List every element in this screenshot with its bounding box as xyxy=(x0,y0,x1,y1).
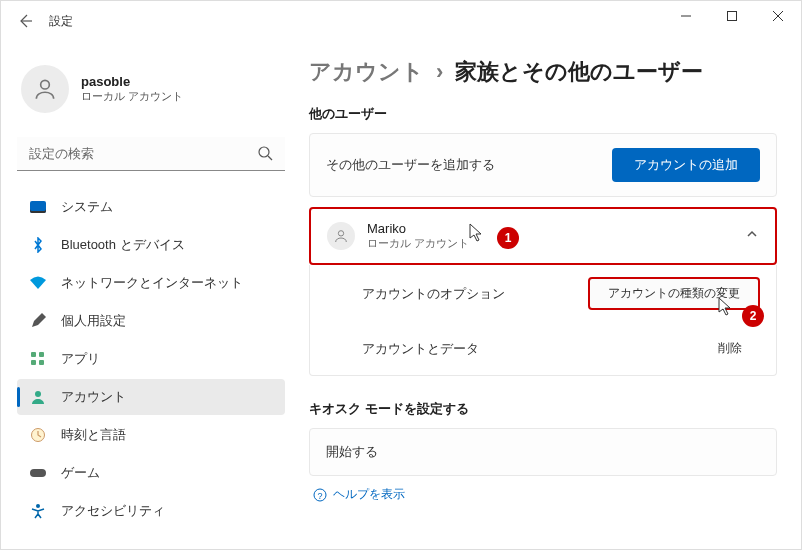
sidebar-item-label: アカウント xyxy=(61,388,126,406)
add-user-text: その他のユーザーを追加する xyxy=(326,156,495,174)
close-button[interactable] xyxy=(755,1,801,31)
search-icon xyxy=(257,145,273,165)
delete-user-button[interactable]: 削除 xyxy=(700,334,760,363)
back-button[interactable] xyxy=(9,5,41,37)
option-label: アカウントのオプション xyxy=(362,285,505,303)
breadcrumb-parent[interactable]: アカウント xyxy=(309,57,424,87)
user-account-type: ローカル アカウント xyxy=(81,89,183,104)
wifi-icon xyxy=(29,274,47,292)
svg-point-7 xyxy=(35,391,41,397)
search-input[interactable] xyxy=(17,137,285,171)
account-options-row: アカウントのオプション アカウントの種類の変更 xyxy=(310,265,776,322)
maximize-icon xyxy=(727,11,737,21)
other-user-card: Mariko ローカル アカウント 1 xyxy=(309,207,777,265)
data-label: アカウントとデータ xyxy=(362,340,479,358)
callout-1: 1 xyxy=(497,227,519,249)
svg-text:?: ? xyxy=(317,491,322,501)
titlebar: 設定 xyxy=(1,1,801,41)
sidebar-item-gaming[interactable]: ゲーム xyxy=(17,455,285,491)
pencil-icon xyxy=(29,312,47,330)
change-account-type-button[interactable]: アカウントの種類の変更 xyxy=(588,277,760,310)
add-user-card: その他のユーザーを追加する アカウントの追加 xyxy=(309,133,777,197)
svg-point-1 xyxy=(41,80,50,89)
other-user-name: Mariko xyxy=(367,221,469,236)
other-user-body: アカウントのオプション アカウントの種類の変更 2 アカウントとデータ 削除 xyxy=(309,265,777,376)
sidebar-item-system[interactable]: システム xyxy=(17,189,285,225)
sidebar-item-label: 時刻と言語 xyxy=(61,426,126,444)
clock-icon xyxy=(29,426,47,444)
svg-point-2 xyxy=(259,147,269,157)
sidebar-item-label: ゲーム xyxy=(61,464,100,482)
breadcrumb: アカウント › 家族とその他のユーザー xyxy=(309,57,777,87)
accessibility-icon xyxy=(29,502,47,520)
section-kiosk-title: キオスク モードを設定する xyxy=(309,400,777,418)
svg-rect-0 xyxy=(728,12,737,21)
svg-rect-5 xyxy=(31,360,36,365)
help-link-text: ヘルプを表示 xyxy=(333,486,405,503)
user-name: pasoble xyxy=(81,74,183,89)
svg-rect-9 xyxy=(30,469,46,477)
chevron-up-icon xyxy=(745,227,759,245)
sidebar-item-label: Bluetooth とデバイス xyxy=(61,236,185,254)
sidebar-item-time[interactable]: 時刻と言語 xyxy=(17,417,285,453)
sidebar-item-personalization[interactable]: 個人用設定 xyxy=(17,303,285,339)
help-link[interactable]: ? ヘルプを表示 xyxy=(309,486,777,503)
svg-point-10 xyxy=(36,504,40,508)
main-content: アカウント › 家族とその他のユーザー 他のユーザー その他のユーザーを追加する… xyxy=(301,41,801,549)
apps-icon xyxy=(29,350,47,368)
person-icon xyxy=(32,76,58,102)
cursor-icon xyxy=(469,223,485,243)
breadcrumb-separator: › xyxy=(436,59,443,85)
other-user-type: ローカル アカウント xyxy=(367,236,469,251)
sidebar-item-label: 個人用設定 xyxy=(61,312,126,330)
other-user-header[interactable]: Mariko ローカル アカウント 1 xyxy=(311,209,775,263)
close-icon xyxy=(773,11,783,21)
kiosk-card[interactable]: 開始する xyxy=(309,428,777,476)
kiosk-start-text: 開始する xyxy=(326,443,378,461)
current-user-block[interactable]: pasoble ローカル アカウント xyxy=(17,57,285,121)
sidebar-item-accessibility[interactable]: アクセシビリティ xyxy=(17,493,285,529)
sidebar-nav: システム Bluetooth とデバイス ネットワークとインターネット 個人用設… xyxy=(17,189,285,529)
sidebar-item-network[interactable]: ネットワークとインターネット xyxy=(17,265,285,301)
person-icon xyxy=(333,228,349,244)
sidebar-item-bluetooth[interactable]: Bluetooth とデバイス xyxy=(17,227,285,263)
help-icon: ? xyxy=(313,488,327,502)
sidebar-item-label: アクセシビリティ xyxy=(61,502,165,520)
svg-point-11 xyxy=(338,231,343,236)
svg-rect-3 xyxy=(31,352,36,357)
search-wrap xyxy=(17,137,285,171)
maximize-button[interactable] xyxy=(709,1,755,31)
window-title: 設定 xyxy=(49,13,73,30)
svg-rect-6 xyxy=(39,360,44,365)
account-data-row: アカウントとデータ 削除 xyxy=(310,322,776,375)
accounts-icon xyxy=(29,388,47,406)
minimize-icon xyxy=(681,11,691,21)
sidebar-item-label: システム xyxy=(61,198,113,216)
add-account-button[interactable]: アカウントの追加 xyxy=(612,148,760,182)
game-icon xyxy=(29,464,47,482)
sidebar: pasoble ローカル アカウント システム Bluetooth とデバイス xyxy=(1,41,301,549)
system-icon xyxy=(29,198,47,216)
avatar xyxy=(327,222,355,250)
section-other-users-title: 他のユーザー xyxy=(309,105,777,123)
bluetooth-icon xyxy=(29,236,47,254)
breadcrumb-current: 家族とその他のユーザー xyxy=(455,57,703,87)
sidebar-item-apps[interactable]: アプリ xyxy=(17,341,285,377)
sidebar-item-label: アプリ xyxy=(61,350,100,368)
arrow-left-icon xyxy=(17,13,33,29)
minimize-button[interactable] xyxy=(663,1,709,31)
avatar xyxy=(21,65,69,113)
sidebar-item-label: ネットワークとインターネット xyxy=(61,274,243,292)
sidebar-item-accounts[interactable]: アカウント xyxy=(17,379,285,415)
svg-rect-4 xyxy=(39,352,44,357)
